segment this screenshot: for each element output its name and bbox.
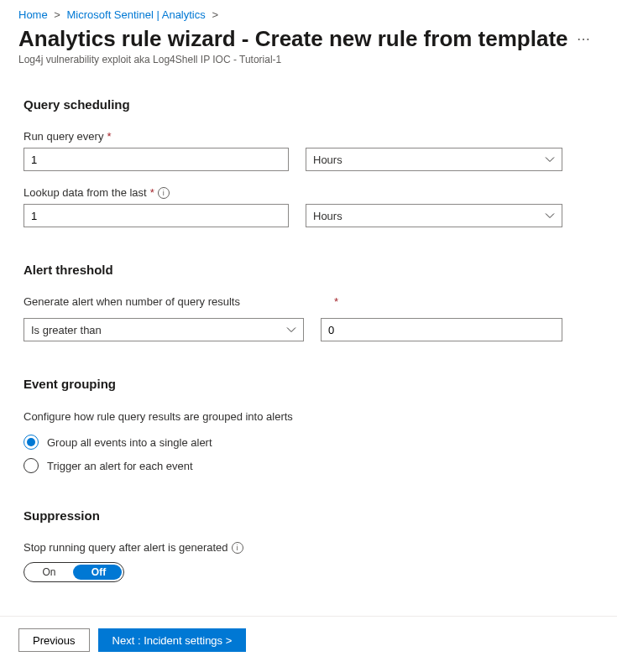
threshold-value-input[interactable] bbox=[321, 318, 562, 341]
footer-actions: Previous Next : Incident settings > bbox=[0, 616, 617, 664]
breadcrumb: Home > Microsoft Sentinel | Analytics > bbox=[0, 0, 617, 26]
info-icon[interactable]: i bbox=[232, 542, 243, 554]
section-heading: Suppression bbox=[24, 508, 593, 523]
chevron-down-icon bbox=[545, 211, 555, 221]
required-indicator: * bbox=[107, 130, 111, 143]
grouping-description: Configure how rule query results are gro… bbox=[24, 409, 301, 425]
suppression-section: Suppression Stop running query after ale… bbox=[24, 508, 593, 582]
section-heading: Alert threshold bbox=[24, 263, 593, 277]
next-button[interactable]: Next : Incident settings > bbox=[98, 628, 247, 652]
select-value: Hours bbox=[313, 210, 342, 222]
required-indicator: * bbox=[334, 295, 338, 308]
event-grouping-section: Event grouping Configure how rule query … bbox=[24, 377, 593, 473]
breadcrumb-home[interactable]: Home bbox=[18, 8, 48, 21]
toggle-off-label: Off bbox=[74, 563, 123, 581]
toggle-on-label: On bbox=[24, 563, 74, 581]
info-icon[interactable]: i bbox=[158, 187, 170, 199]
page-title: Analytics rule wizard - Create new rule … bbox=[18, 26, 568, 52]
lookup-unit-select[interactable]: Hours bbox=[306, 204, 562, 227]
threshold-operator-select[interactable]: Is greater than bbox=[24, 318, 304, 341]
suppression-toggle[interactable]: On Off bbox=[24, 562, 124, 582]
radio-label: Group all events into a single alert bbox=[47, 436, 212, 449]
threshold-label: Generate alert when number of query resu… bbox=[24, 295, 317, 308]
previous-button[interactable]: Previous bbox=[18, 628, 90, 652]
query-scheduling-section: Query scheduling Run query every* Hours … bbox=[24, 97, 593, 227]
radio-label: Trigger an alert for each event bbox=[47, 460, 193, 472]
run-query-value-input[interactable] bbox=[24, 148, 289, 171]
lookup-value-input[interactable] bbox=[24, 204, 289, 227]
chevron-down-icon bbox=[545, 154, 555, 164]
radio-group-all-events[interactable]: Group all events into a single alert bbox=[24, 435, 593, 450]
radio-icon bbox=[24, 458, 39, 473]
radio-trigger-each-event[interactable]: Trigger an alert for each event bbox=[24, 458, 593, 473]
run-query-label: Run query every* bbox=[24, 130, 593, 143]
chevron-down-icon bbox=[286, 325, 296, 335]
section-heading: Event grouping bbox=[24, 377, 593, 391]
lookup-data-label: Lookup data from the last* i bbox=[24, 186, 593, 199]
section-heading: Query scheduling bbox=[24, 97, 593, 112]
more-icon[interactable]: ⋯ bbox=[577, 31, 591, 47]
breadcrumb-sentinel[interactable]: Microsoft Sentinel | Analytics bbox=[67, 8, 206, 21]
radio-icon bbox=[24, 435, 39, 450]
page-header: Analytics rule wizard - Create new rule … bbox=[0, 26, 617, 72]
suppression-label: Stop running query after alert is genera… bbox=[24, 541, 593, 554]
chevron-right-icon: > bbox=[54, 8, 60, 21]
required-indicator: * bbox=[150, 186, 154, 199]
select-value: Is greater than bbox=[31, 324, 102, 336]
chevron-right-icon: > bbox=[212, 8, 218, 21]
run-query-unit-select[interactable]: Hours bbox=[306, 148, 562, 171]
page-subtitle: Log4j vulnerability exploit aka Log4Shel… bbox=[18, 54, 599, 65]
alert-threshold-section: Alert threshold Generate alert when numb… bbox=[24, 263, 593, 341]
select-value: Hours bbox=[313, 154, 342, 166]
